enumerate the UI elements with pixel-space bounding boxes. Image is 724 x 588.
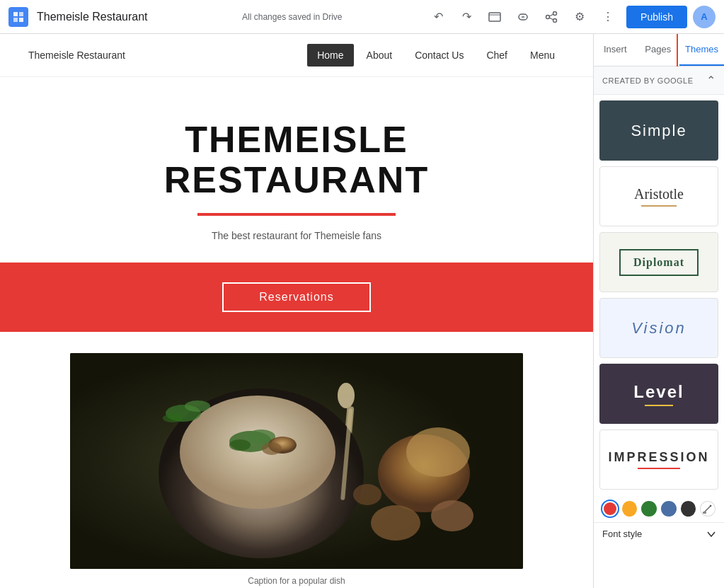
- svg-point-23: [371, 505, 420, 541]
- color-swatch-yellow[interactable]: [622, 501, 638, 517]
- publish-button[interactable]: Publish: [626, 6, 687, 28]
- undo-button[interactable]: ↶: [425, 4, 451, 30]
- hero-title: THEMEISLE RESTAURANT: [28, 120, 565, 200]
- svg-point-25: [353, 484, 381, 505]
- svg-point-7: [553, 11, 557, 15]
- theme-impression-inner: IMPRESSION: [608, 450, 709, 469]
- theme-aristotle-label: Aristotle: [634, 186, 684, 202]
- svg-point-12: [338, 383, 355, 408]
- theme-impression-line: [638, 468, 680, 469]
- theme-card-diplomat[interactable]: Diplomat: [599, 232, 718, 292]
- food-image: [70, 353, 523, 569]
- settings-button[interactable]: ⚙: [567, 4, 592, 30]
- tab-insert[interactable]: Insert: [594, 34, 637, 66]
- svg-point-6: [546, 15, 550, 18]
- app-logo: [8, 7, 28, 27]
- svg-point-28: [163, 414, 183, 422]
- theme-card-aristotle[interactable]: Aristotle: [599, 166, 718, 226]
- collapse-button[interactable]: ⌃: [706, 74, 716, 87]
- theme-card-impression[interactable]: IMPRESSION: [599, 430, 718, 490]
- chevron-down-icon: [707, 531, 716, 537]
- reservations-banner: Reservations: [0, 263, 593, 332]
- color-swatches: [594, 495, 724, 522]
- link-button[interactable]: [510, 4, 536, 30]
- preview-area: Themeisle Restaurant Home About Contact …: [0, 34, 593, 588]
- hero-divider: [197, 213, 396, 216]
- svg-rect-0: [13, 12, 18, 16]
- food-caption: Caption for a popular dish: [28, 576, 565, 586]
- svg-rect-3: [19, 18, 23, 22]
- panel-tabs: Insert Pages Themes: [594, 34, 724, 67]
- theme-vision-label: Vision: [631, 319, 686, 338]
- svg-rect-2: [13, 18, 18, 22]
- reservations-button[interactable]: Reservations: [222, 282, 370, 312]
- color-swatch-dark[interactable]: [681, 501, 696, 517]
- food-image-svg: [70, 353, 523, 569]
- nav-items: Home About Contact Us Chef Menu: [307, 44, 565, 67]
- svg-rect-30: [703, 512, 706, 514]
- theme-simple-label: Simple: [631, 122, 686, 140]
- nav-about[interactable]: About: [357, 44, 403, 67]
- hero-subtitle: The best restaurant for Themeisle fans: [28, 230, 565, 241]
- svg-point-15: [180, 396, 335, 509]
- svg-rect-4: [489, 13, 500, 21]
- font-style-dropdown[interactable]: [707, 531, 716, 537]
- redo-button[interactable]: ↷: [454, 4, 479, 30]
- color-swatch-green[interactable]: [641, 501, 657, 517]
- svg-point-27: [185, 400, 210, 412]
- svg-line-10: [549, 18, 553, 20]
- color-picker-button[interactable]: [700, 501, 716, 517]
- svg-point-20: [262, 442, 282, 455]
- nav-chef[interactable]: Chef: [476, 44, 517, 67]
- right-panel: Insert Pages Themes CREATED BY GOOGLE ⌃ …: [593, 34, 724, 588]
- toolbar-icons: ↶ ↷ ⚙ ⋮: [425, 4, 621, 30]
- tab-themes[interactable]: Themes: [679, 34, 724, 66]
- color-swatch-blue[interactable]: [661, 501, 677, 517]
- theme-level-label: Level: [633, 382, 684, 402]
- preview-button[interactable]: [482, 4, 507, 30]
- tab-pages[interactable]: Pages: [637, 34, 680, 66]
- svg-line-9: [549, 14, 553, 16]
- font-style-row: Font style: [594, 522, 724, 545]
- hero-title-line2: RESTAURANT: [164, 159, 429, 200]
- svg-point-24: [431, 500, 473, 531]
- document-title: Themeisle Restaurant: [37, 11, 148, 23]
- panel-content: CREATED BY GOOGLE ⌃ Simple Aristotle Dip…: [594, 67, 724, 588]
- nav-home[interactable]: Home: [307, 44, 353, 67]
- svg-rect-1: [19, 12, 23, 16]
- theme-level-line: [645, 405, 673, 406]
- theme-diplomat-label: Diplomat: [619, 249, 699, 276]
- svg-point-18: [229, 439, 251, 451]
- font-style-label: Font style: [602, 529, 642, 539]
- theme-impression-label: IMPRESSION: [608, 450, 709, 465]
- site-navigation: Themeisle Restaurant Home About Contact …: [0, 34, 593, 77]
- share-button[interactable]: [539, 4, 564, 30]
- section-header-label: CREATED BY GOOGLE: [602, 76, 694, 85]
- main-area: Themeisle Restaurant Home About Contact …: [0, 34, 724, 588]
- section-header-google: CREATED BY GOOGLE ⌃: [594, 67, 724, 95]
- theme-card-simple[interactable]: Simple: [599, 100, 718, 161]
- food-section: Caption for a popular dish: [0, 332, 593, 588]
- theme-aristotle-inner: Aristotle: [634, 186, 684, 207]
- theme-card-vision[interactable]: Vision: [599, 298, 718, 358]
- svg-point-22: [406, 427, 470, 477]
- color-swatch-red[interactable]: [602, 501, 618, 517]
- hero-title-line1: THEMEISLE: [185, 119, 408, 160]
- svg-point-8: [553, 18, 557, 22]
- theme-card-level[interactable]: Level: [599, 364, 718, 424]
- save-status: All changes saved in Drive: [165, 12, 420, 22]
- hero-section: THEMEISLE RESTAURANT The best restaurant…: [0, 77, 593, 241]
- theme-aristotle-line: [641, 205, 677, 207]
- theme-level-inner: Level: [633, 382, 684, 406]
- site-logo: Themeisle Restaurant: [28, 50, 307, 61]
- toolbar: Themeisle Restaurant All changes saved i…: [0, 0, 724, 34]
- nav-menu[interactable]: Menu: [520, 44, 565, 67]
- more-button[interactable]: ⋮: [595, 4, 621, 30]
- nav-contact[interactable]: Contact Us: [405, 44, 473, 67]
- avatar[interactable]: A: [693, 6, 716, 28]
